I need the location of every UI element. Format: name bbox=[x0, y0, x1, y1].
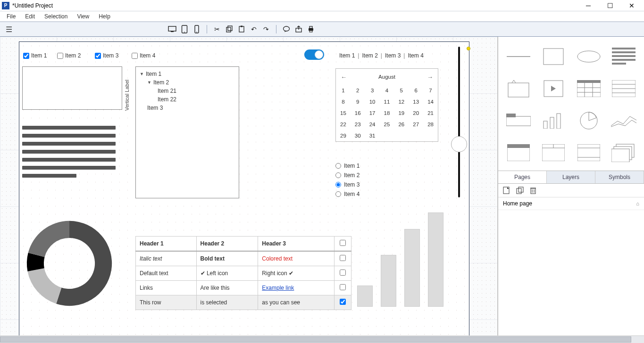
canvas[interactable]: Item 1 Item 2 Item 3 Item 4 Vertical Lab… bbox=[19, 41, 469, 335]
calendar-day[interactable]: 7 bbox=[423, 85, 438, 96]
checkbox-item-3[interactable]: Item 3 bbox=[95, 52, 118, 59]
slider-thumb[interactable] bbox=[451, 136, 467, 152]
radio-item-2[interactable]: Item 2 bbox=[335, 172, 360, 179]
tablet-icon[interactable] bbox=[178, 24, 191, 35]
page-item[interactable]: Home page ⌂ bbox=[498, 197, 644, 210]
calendar-day[interactable]: 18 bbox=[380, 107, 394, 119]
toggle-switch[interactable] bbox=[304, 49, 324, 60]
calendar-day[interactable]: 24 bbox=[365, 119, 380, 130]
bar-chart[interactable] bbox=[357, 212, 443, 307]
shape-line-chart[interactable] bbox=[607, 106, 640, 135]
shape-rectangle[interactable] bbox=[537, 42, 570, 71]
calendar-day[interactable] bbox=[409, 130, 423, 141]
calendar-day[interactable]: 17 bbox=[365, 107, 380, 119]
radio-item-4[interactable]: Item 4 bbox=[335, 191, 360, 197]
calendar-day[interactable]: 28 bbox=[423, 119, 438, 130]
phone-icon[interactable] bbox=[191, 24, 203, 35]
calendar-day[interactable]: 11 bbox=[380, 96, 394, 107]
shape-video[interactable] bbox=[537, 74, 570, 103]
checkbox-item-1[interactable]: Item 1 bbox=[23, 52, 47, 59]
radio-group[interactable]: Item 1 Item 2 Item 3 Item 4 bbox=[335, 163, 360, 200]
shape-table[interactable] bbox=[572, 74, 605, 103]
calendar-day[interactable]: 1 bbox=[336, 85, 351, 96]
calendar-day[interactable]: 21 bbox=[423, 107, 438, 119]
tab-pages[interactable]: Pages bbox=[498, 171, 547, 183]
table-header-checkbox[interactable] bbox=[335, 237, 351, 252]
shape-window[interactable] bbox=[502, 139, 535, 167]
shape-comment[interactable] bbox=[502, 74, 535, 103]
new-page-icon[interactable] bbox=[503, 187, 510, 194]
tree-widget[interactable]: ▼Item 1 ▼Item 2 Item 21 Item 22 Item 3 bbox=[135, 66, 239, 198]
breadcrumb-item[interactable]: Item 3 bbox=[385, 52, 401, 59]
calendar-day[interactable]: 22 bbox=[336, 119, 351, 130]
radio-item-3[interactable]: Item 3 bbox=[335, 181, 360, 188]
shape-vertical-label[interactable]: Vertical Label bbox=[502, 171, 535, 171]
calendar-day[interactable]: 6 bbox=[409, 85, 423, 96]
radio-item-1[interactable]: Item 1 bbox=[335, 163, 360, 169]
hamburger-icon[interactable]: ☰ bbox=[3, 25, 15, 34]
calendar-day[interactable]: 25 bbox=[380, 119, 394, 130]
calendar-day[interactable]: 8 bbox=[336, 96, 351, 107]
table-row[interactable]: Italic textBold textColored text bbox=[136, 251, 351, 266]
textarea-widget[interactable] bbox=[22, 66, 122, 110]
shape-hr[interactable] bbox=[502, 42, 535, 71]
menu-file[interactable]: File bbox=[2, 12, 20, 21]
calendar-day[interactable] bbox=[394, 130, 409, 141]
calendar-day[interactable]: 12 bbox=[394, 96, 409, 107]
menu-selection[interactable]: Selection bbox=[40, 12, 72, 21]
table-header[interactable]: Header 3 bbox=[258, 237, 335, 252]
tab-layers[interactable]: Layers bbox=[547, 171, 595, 183]
menu-view[interactable]: View bbox=[72, 12, 94, 21]
print-icon[interactable] bbox=[305, 24, 317, 35]
checkbox-item-4[interactable]: Item 4 bbox=[132, 52, 155, 59]
calendar-day[interactable]: 15 bbox=[336, 107, 351, 119]
checkbox-item-2[interactable]: Item 2 bbox=[57, 52, 81, 59]
canvas-area[interactable]: Item 1 Item 2 Item 3 Item 4 Vertical Lab… bbox=[0, 37, 498, 335]
shape-bars[interactable] bbox=[537, 106, 570, 135]
calendar-day[interactable]: 2 bbox=[351, 85, 365, 96]
calendar-day[interactable]: 27 bbox=[409, 119, 423, 130]
calendar-day[interactable]: 3 bbox=[365, 85, 380, 96]
calendar-day[interactable]: 19 bbox=[394, 107, 409, 119]
breadcrumb-item[interactable]: Item 4 bbox=[408, 52, 423, 59]
undo-icon[interactable]: ↶ bbox=[248, 24, 260, 35]
caret-down-icon[interactable]: ▼ bbox=[140, 72, 144, 76]
breadcrumb[interactable]: Item 1| Item 2| Item 3| Item 4 bbox=[339, 52, 424, 59]
donut-chart[interactable] bbox=[23, 217, 116, 310]
cut-icon[interactable]: ✂ bbox=[211, 24, 223, 35]
duplicate-page-icon[interactable] bbox=[516, 187, 524, 194]
table-header[interactable]: Header 1 bbox=[136, 237, 197, 252]
breadcrumb-item[interactable]: Item 2 bbox=[362, 52, 377, 59]
calendar-day[interactable]: 4 bbox=[380, 85, 394, 96]
calendar-day[interactable]: 23 bbox=[351, 119, 365, 130]
calendar-day[interactable]: 13 bbox=[409, 96, 423, 107]
table-row[interactable]: Default text✔ Left iconRight icon ✔ bbox=[136, 266, 351, 281]
comment-icon[interactable] bbox=[280, 24, 293, 35]
paste-icon[interactable] bbox=[235, 24, 248, 35]
table-row[interactable]: This rowis selectedas you can see bbox=[136, 295, 351, 310]
close-button[interactable]: ✕ bbox=[625, 2, 638, 9]
shape-browser[interactable] bbox=[537, 139, 570, 167]
scrollbar-thumb[interactable] bbox=[0, 336, 631, 343]
export-icon[interactable] bbox=[293, 24, 305, 35]
menu-edit[interactable]: Edit bbox=[20, 12, 40, 21]
redo-icon[interactable]: ↷ bbox=[260, 24, 272, 35]
breadcrumb-item[interactable]: Item 1 bbox=[339, 52, 355, 59]
calendar-widget[interactable]: ← August → 12345678910111213141516171819… bbox=[335, 68, 438, 142]
calendar-day[interactable]: 9 bbox=[351, 96, 365, 107]
calendar-day[interactable]: 20 bbox=[409, 107, 423, 119]
table-row[interactable]: LinksAre like thisExample link bbox=[136, 281, 351, 295]
minimize-button[interactable]: ─ bbox=[582, 2, 595, 9]
caret-down-icon[interactable]: ▼ bbox=[147, 80, 151, 85]
calendar-next-icon[interactable]: → bbox=[427, 74, 433, 81]
horizontal-scrollbar[interactable] bbox=[0, 335, 644, 343]
shape-ellipse[interactable] bbox=[572, 42, 605, 71]
calendar-day[interactable]: 30 bbox=[351, 130, 365, 141]
calendar-prev-icon[interactable]: ← bbox=[341, 74, 347, 81]
copy-icon[interactable] bbox=[223, 24, 235, 35]
desktop-icon[interactable] bbox=[166, 24, 178, 35]
paragraph-widget[interactable] bbox=[22, 126, 116, 182]
slider-vertical[interactable] bbox=[458, 47, 460, 197]
shape-panel[interactable] bbox=[572, 139, 605, 167]
calendar-day[interactable]: 26 bbox=[394, 119, 409, 130]
